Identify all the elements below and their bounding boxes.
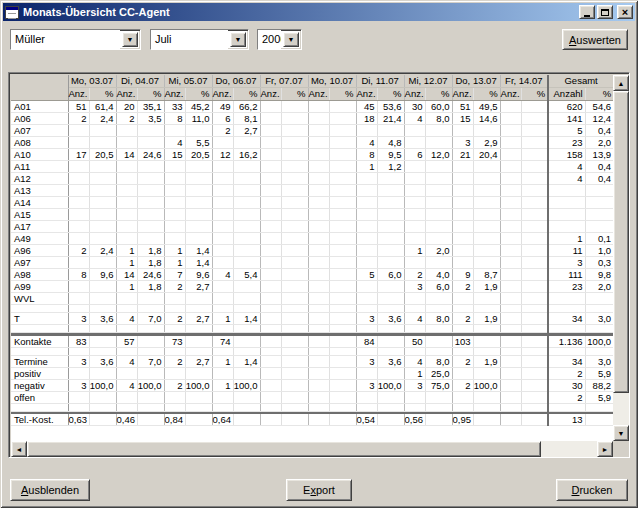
- cell-anz: [68, 305, 89, 313]
- agent-combobox[interactable]: Müller ▼: [10, 29, 141, 50]
- horizontal-scrollbar[interactable]: ◄ ►: [11, 441, 613, 457]
- month-combobox[interactable]: Juli ▼: [150, 29, 249, 50]
- cell-anz: [116, 185, 137, 197]
- cell-pct: 60,0: [425, 101, 452, 113]
- year-dropdown-button[interactable]: ▼: [283, 32, 299, 47]
- close-button[interactable]: ×: [617, 5, 633, 19]
- year-combobox[interactable]: 2006 ▼: [257, 29, 302, 50]
- cell-anz: 6: [212, 113, 233, 125]
- cell-pct: [473, 245, 500, 257]
- cell-anz: 3: [356, 379, 377, 391]
- cell-anz: [212, 391, 233, 403]
- cell-anz: [260, 185, 281, 197]
- cell-anz: [452, 221, 473, 233]
- cell-pct: 1,9: [473, 281, 500, 293]
- cell-anz: [212, 245, 233, 257]
- vertical-scrollbar-track[interactable]: [613, 393, 629, 425]
- scroll-down-button[interactable]: ▼: [613, 425, 629, 441]
- scroll-left-button[interactable]: ◄: [11, 441, 27, 457]
- cell-anz: [452, 367, 473, 379]
- cell-anz: 3: [68, 379, 89, 391]
- cell-anz: [500, 173, 521, 185]
- title-bar[interactable]: Monats-Übersicht CC-Agent ×: [3, 3, 635, 21]
- cell-anz: 12: [212, 149, 233, 161]
- cell-pct: [521, 269, 548, 281]
- scroll-right-button[interactable]: ►: [597, 441, 613, 457]
- cell-pct: 66,2: [233, 101, 260, 113]
- drucken-button[interactable]: Drucken: [556, 479, 628, 501]
- row-label: [11, 403, 68, 411]
- export-button[interactable]: Export: [286, 479, 352, 501]
- cell-anz: 2: [68, 113, 89, 125]
- cell-pct: [137, 185, 164, 197]
- cell-anz: [452, 245, 473, 257]
- cell-anz: 2: [164, 313, 185, 325]
- pct-subheader: %: [137, 88, 164, 101]
- cell-anz: 1: [116, 281, 137, 293]
- cell-pct: 3,6: [89, 355, 116, 367]
- cell-pct: [281, 137, 308, 149]
- cell-anz: [500, 403, 521, 411]
- cell-anz: [68, 325, 89, 333]
- cell-pct: [425, 347, 452, 355]
- cell-pct: [89, 281, 116, 293]
- minimize-button[interactable]: [579, 5, 595, 19]
- auswerten-button[interactable]: Auswerten: [562, 29, 628, 50]
- cell-anz: [500, 161, 521, 173]
- cell-pct: [233, 336, 260, 348]
- cell-anz: [356, 173, 377, 185]
- cell-pct: 14,6: [473, 113, 500, 125]
- cell-anz: [404, 293, 425, 305]
- cell-anz: [116, 233, 137, 245]
- vertical-scrollbar-thumb[interactable]: [613, 91, 629, 393]
- cell-pct: [473, 209, 500, 221]
- cell-anz: [260, 161, 281, 173]
- cell-pct: [185, 197, 212, 209]
- maximize-button[interactable]: [597, 5, 613, 19]
- cell-pct: 1,8: [137, 245, 164, 257]
- cell-anz: [308, 347, 329, 355]
- row-label: [11, 347, 68, 355]
- cell-anz: [164, 125, 185, 137]
- cell-pct: [377, 209, 404, 221]
- cell-pct: [233, 347, 260, 355]
- horizontal-scrollbar-thumb[interactable]: [27, 441, 541, 457]
- cell-pct: [137, 325, 164, 333]
- table-row: A9889,61424,679,645,456,024,098,71119,8: [11, 269, 613, 281]
- cell-pct: 25,0: [425, 367, 452, 379]
- cell-pct: 24,6: [137, 149, 164, 161]
- gesamt-pct-subheader: %: [585, 88, 613, 101]
- scroll-up-button[interactable]: ▲: [613, 75, 629, 91]
- cell-anz: 9: [452, 269, 473, 281]
- month-dropdown-button[interactable]: ▼: [230, 32, 246, 47]
- cell-pct: [137, 233, 164, 245]
- horizontal-scrollbar-track[interactable]: [541, 441, 597, 457]
- cell-anz: 2: [68, 245, 89, 257]
- cell-anz: 0,46: [116, 414, 137, 426]
- cell-pct: 49,5: [473, 101, 500, 113]
- table-row: A13: [11, 185, 613, 197]
- cell-anz: [68, 233, 89, 245]
- pct-subheader: %: [281, 88, 308, 101]
- row-label: T: [11, 313, 68, 325]
- cell-pct: [89, 325, 116, 333]
- cell-pct: 1,4: [185, 257, 212, 269]
- table-row: A1111,240,4: [11, 161, 613, 173]
- cell-anz: [452, 325, 473, 333]
- cell-gesamt-anzahl: 5: [548, 125, 585, 137]
- cell-anz: 1: [404, 245, 425, 257]
- cell-pct: [233, 197, 260, 209]
- cell-anz: [212, 185, 233, 197]
- cell-anz: [500, 257, 521, 269]
- agent-dropdown-button[interactable]: ▼: [122, 32, 138, 47]
- cell-anz: [452, 197, 473, 209]
- anz-subheader: Anz.: [452, 88, 473, 101]
- vertical-scrollbar[interactable]: ▲ ▼: [613, 75, 629, 441]
- cell-anz: 84: [356, 336, 377, 348]
- cell-pct: [377, 403, 404, 411]
- cell-anz: [308, 125, 329, 137]
- day-column-header: Do, 13.07: [452, 75, 500, 88]
- ausblenden-button[interactable]: Ausblenden: [10, 479, 90, 501]
- cell-pct: 75,0: [425, 379, 452, 391]
- cell-pct: [185, 305, 212, 313]
